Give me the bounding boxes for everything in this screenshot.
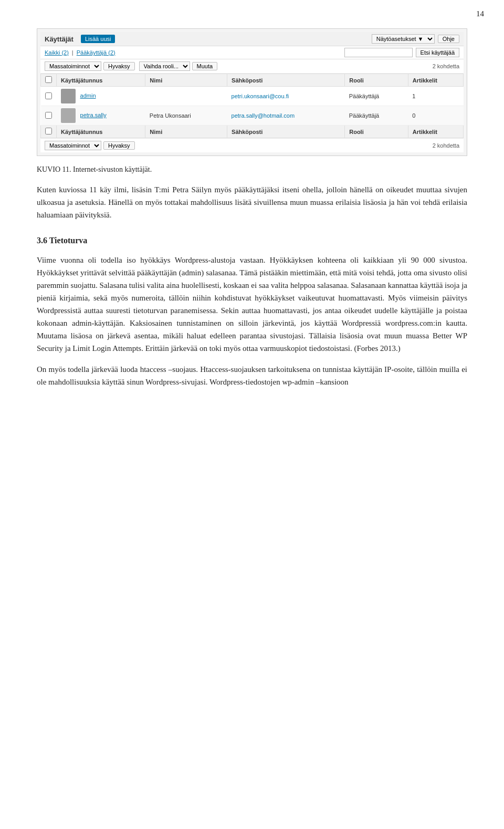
- filter-toolbar: Kaikki (2) | Pääkäyttäjä (2) Etsi käyttä…: [40, 46, 464, 59]
- page-number: 14: [476, 9, 484, 18]
- row2-email-link[interactable]: petra.sally@hotmail.com: [232, 112, 295, 119]
- bulk-actions-select-bottom[interactable]: Massatoiminnot: [45, 141, 101, 150]
- bulk-actions-select-top[interactable]: Massatoiminnot: [45, 61, 101, 71]
- col-email: Sähköposti: [227, 74, 345, 87]
- search-input[interactable]: [344, 48, 413, 57]
- section-heading-36: 3.6 Tietoturva: [37, 236, 467, 245]
- figure-caption: KUVIO 11. Internet-sivuston käyttäjät.: [37, 165, 467, 174]
- paragraph-3: On myös todella järkevää luoda htaccess …: [37, 363, 467, 388]
- col-checkbox-bottom: [41, 126, 57, 138]
- col-role-bottom: Rooli: [345, 126, 408, 138]
- bulk-actions-top: Massatoiminnot Hyvaksy Vaihda rooli... M…: [40, 59, 464, 74]
- bulk-apply-bottom[interactable]: Hyvaksy: [103, 141, 135, 150]
- col-role: Rooli: [345, 74, 408, 87]
- row1-email-link[interactable]: petri.ukonsaari@cou.fi: [232, 93, 289, 99]
- users-table: Käyttäjätunnus Nimi Sähköposti Rooli Art…: [40, 74, 464, 138]
- table-header-row: Käyttäjätunnus Nimi Sähköposti Rooli Art…: [41, 74, 464, 87]
- col-username-bottom: Käyttäjätunnus: [57, 126, 145, 138]
- row1-check[interactable]: [45, 92, 52, 99]
- row1-username-link[interactable]: admin: [80, 92, 96, 99]
- col-name: Nimi: [145, 74, 227, 87]
- figure-screenshot: Käyttäjät Lisää uusi Näytöasetukset ▼ Oh…: [37, 28, 467, 156]
- add-new-button[interactable]: Lisää uusi: [81, 35, 116, 43]
- col-articles: Artikkelit: [408, 74, 463, 87]
- select-all-checkbox[interactable]: [45, 76, 52, 83]
- bulk-apply-top[interactable]: Hyvaksy: [103, 62, 135, 70]
- help-button[interactable]: Ohje: [438, 35, 459, 43]
- search-users-button[interactable]: Etsi käyttäjää: [416, 48, 459, 57]
- col-articles-bottom: Artikkelit: [408, 126, 463, 138]
- table-row: petra.sally Petra Ukonsaari petra.sally@…: [41, 106, 464, 126]
- row1-name: [145, 87, 227, 106]
- paragraph-1: Kuten kuviossa 11 käy ilmi, lisäsin T:mi…: [37, 183, 467, 221]
- role-apply-top[interactable]: Muuta: [192, 62, 218, 70]
- row1-articles: 1: [408, 87, 463, 106]
- row1-email: petri.ukonsaari@cou.fi: [227, 87, 345, 106]
- row2-check[interactable]: [45, 112, 52, 119]
- row2-name: Petra Ukonsaari: [145, 106, 227, 126]
- row2-articles: 0: [408, 106, 463, 126]
- filter-all[interactable]: Kaikki (2): [45, 49, 69, 56]
- search-area: Etsi käyttäjää: [344, 48, 459, 57]
- filter-admin[interactable]: Pääkäyttäjä (2): [77, 49, 116, 56]
- row2-username-link[interactable]: petra.sally: [80, 112, 107, 118]
- col-name-bottom: Nimi: [145, 126, 227, 138]
- bulk-actions-bottom: Massatoiminnot Hyvaksy 2 kohdetta: [40, 138, 464, 152]
- row2-email: petra.sally@hotmail.com: [227, 106, 345, 126]
- col-username: Käyttäjätunnus: [57, 74, 145, 87]
- wp-page-title: Käyttäjät: [45, 35, 74, 43]
- items-count-top: 2 kohdetta: [433, 63, 459, 69]
- role-change-select-top[interactable]: Vaihda rooli...: [139, 61, 190, 71]
- row2-role: Pääkäyttäjä: [345, 106, 408, 126]
- table-row: admin petri.ukonsaari@cou.fi Pääkäyttäjä…: [41, 87, 464, 106]
- col-checkbox: [41, 74, 57, 87]
- items-count-bottom: 2 kohdetta: [433, 142, 459, 149]
- row2-checkbox: [41, 106, 57, 126]
- row1-avatar: [61, 89, 76, 103]
- row1-username: admin: [57, 87, 145, 106]
- table-header-row-bottom: Käyttäjätunnus Nimi Sähköposti Rooli Art…: [41, 126, 464, 138]
- col-email-bottom: Sähköposti: [227, 126, 345, 138]
- wp-header-right: Näytöasetukset ▼ Ohje: [372, 34, 459, 44]
- select-all-checkbox-bottom[interactable]: [45, 128, 52, 134]
- wp-admin-header: Käyttäjät Lisää uusi Näytöasetukset ▼ Oh…: [40, 32, 464, 46]
- display-options-select[interactable]: Näytöasetukset ▼: [372, 34, 435, 44]
- paragraph-2: Viime vuonna oli todella iso hyökkäys Wo…: [37, 254, 467, 355]
- row2-username: petra.sally: [57, 106, 145, 126]
- row1-checkbox: [41, 87, 57, 106]
- row1-role: Pääkäyttäjä: [345, 87, 408, 106]
- row2-avatar: [61, 108, 76, 123]
